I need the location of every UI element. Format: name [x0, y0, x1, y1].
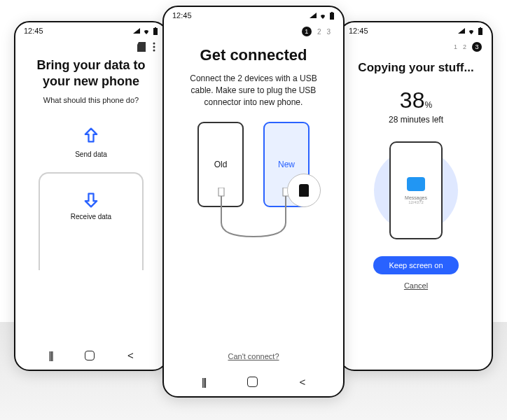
step-2: 2	[317, 28, 321, 36]
svg-rect-7	[218, 188, 224, 196]
page-title: Bring your data to your new phone	[36, 57, 145, 89]
sd-card-icon[interactable]	[137, 42, 146, 52]
status-bar: 12:45	[340, 22, 492, 39]
receive-data-label: Receive data	[71, 213, 111, 220]
svg-rect-9	[478, 28, 482, 35]
page-subtitle: What should this phone do?	[43, 96, 139, 104]
nav-back[interactable]: <	[299, 376, 305, 388]
arrow-down-icon	[81, 190, 101, 210]
step-3: 3	[326, 28, 331, 36]
time-remaining: 28 minutes left	[389, 115, 443, 125]
step-2: 2	[463, 43, 466, 50]
status-time: 12:45	[349, 27, 368, 35]
svg-rect-6	[331, 12, 333, 13]
phone-screen-right: 12:45 1 2 3 Copying your stuff... 38% 28…	[339, 21, 493, 371]
status-bar: 12:45	[15, 22, 167, 39]
keep-screen-on-button[interactable]: Keep screen on	[373, 256, 458, 274]
copy-progress-graphic: Messages 12/4372	[370, 134, 461, 246]
receive-data-button[interactable]: Receive data	[39, 172, 144, 270]
status-time: 12:45	[24, 27, 43, 35]
send-data-button[interactable]: Send data	[75, 125, 107, 158]
phone-screen-left: 12:45 Bring your data to your new phone …	[14, 21, 168, 371]
battery-icon	[329, 12, 335, 20]
svg-rect-1	[155, 27, 156, 28]
nav-recent[interactable]: |||	[48, 349, 53, 361]
status-time: 12:45	[172, 11, 192, 20]
phone-screen-center: 12:45 1 2 3 Get connected Connect the 2 …	[162, 6, 345, 398]
instructions: Connect the 2 devices with a USB cable. …	[175, 73, 332, 108]
old-phone-label: Old	[214, 160, 228, 169]
step-indicator: 1 2 3	[164, 24, 343, 36]
svg-rect-5	[330, 13, 334, 20]
svg-rect-10	[480, 27, 481, 28]
nav-recent[interactable]: |||	[202, 376, 206, 388]
signal-icon	[133, 28, 140, 34]
more-icon[interactable]	[153, 42, 155, 52]
wifi-icon	[142, 28, 151, 34]
messages-icon	[407, 177, 425, 191]
svg-point-2	[153, 43, 155, 45]
step-1-active: 1	[302, 27, 312, 36]
signal-icon	[310, 13, 317, 18]
svg-rect-0	[153, 28, 158, 35]
battery-icon	[153, 27, 158, 35]
arrow-up-icon	[81, 125, 101, 145]
progress-percent: 38%	[400, 88, 432, 113]
step-indicator: 1 2 3	[340, 39, 492, 52]
step-3-active: 3	[472, 42, 482, 52]
nav-home[interactable]	[85, 351, 95, 360]
nav-bar: ||| <	[15, 342, 167, 370]
svg-point-3	[153, 46, 155, 48]
battery-icon	[478, 27, 483, 35]
signal-icon	[458, 28, 465, 34]
cant-connect-link[interactable]: Can't connect?	[228, 352, 279, 360]
send-data-label: Send data	[75, 150, 107, 158]
status-icons	[458, 27, 483, 35]
copy-item-count: 12/4372	[408, 200, 424, 204]
wifi-icon	[319, 13, 327, 19]
page-title: Copying your stuff...	[358, 60, 473, 75]
status-bar: 12:45	[164, 7, 343, 24]
copy-item-label: Messages	[405, 195, 427, 200]
cancel-link[interactable]: Cancel	[404, 281, 428, 290]
status-icons	[310, 12, 335, 20]
nav-home[interactable]	[247, 377, 258, 387]
status-icons	[133, 27, 158, 35]
page-title: Get connected	[200, 46, 307, 64]
new-phone-label: New	[278, 160, 295, 169]
nav-bar: ||| <	[164, 369, 343, 396]
wifi-icon	[467, 28, 475, 34]
step-1: 1	[454, 43, 457, 50]
nav-back[interactable]: <	[127, 349, 134, 361]
